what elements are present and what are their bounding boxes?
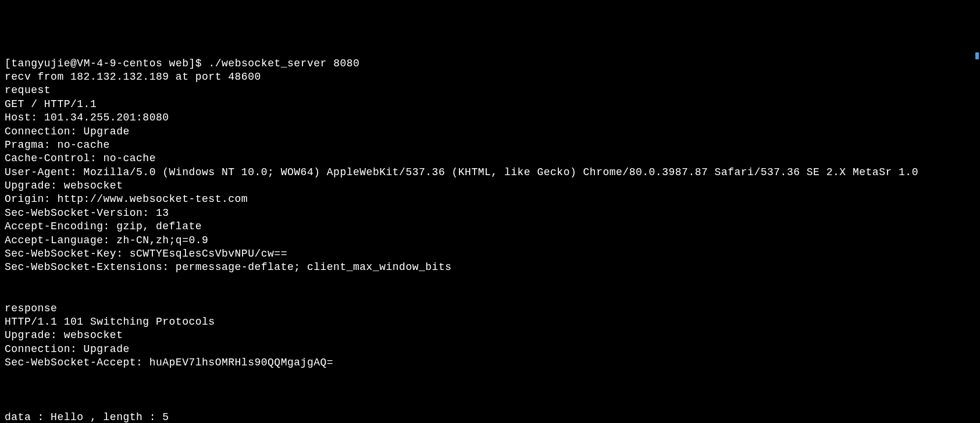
command-input: ./websocket_server 8080 xyxy=(208,58,359,69)
terminal-window[interactable]: [tangyujie@VM-4-9-centos web]$ ./websock… xyxy=(5,57,975,423)
prompt-open-bracket: [ xyxy=(5,58,11,69)
terminal-output: recv from 182.132.132.189 at port 48600 … xyxy=(5,70,975,423)
prompt-dir: web xyxy=(162,58,188,69)
prompt-symbol: $ xyxy=(195,58,209,69)
prompt-host: VM-4-9-centos xyxy=(77,58,162,69)
prompt-at: @ xyxy=(70,58,77,69)
prompt-close-bracket: ] xyxy=(189,58,195,69)
scrollbar-thumb[interactable] xyxy=(975,52,979,59)
prompt-user: tangyujie xyxy=(11,58,70,69)
